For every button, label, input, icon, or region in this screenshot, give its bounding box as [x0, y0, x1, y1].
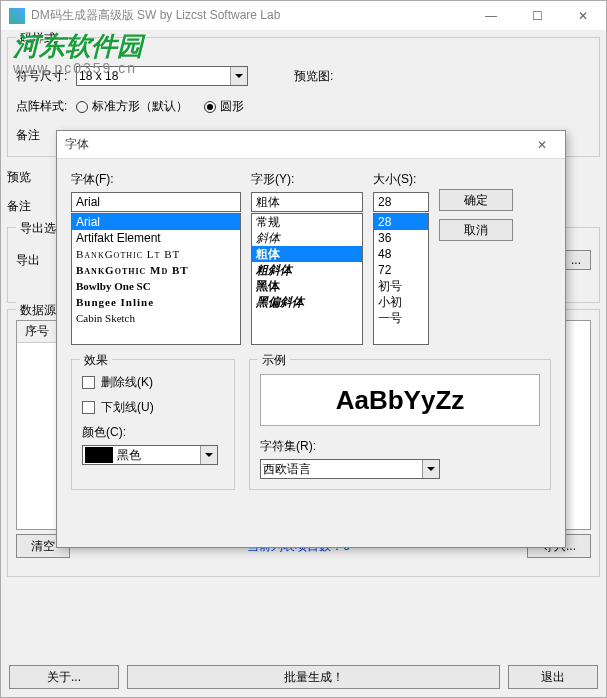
dropdown-arrow-icon: [230, 67, 247, 85]
sample-title: 示例: [258, 352, 290, 369]
size-item[interactable]: 36: [374, 230, 428, 246]
font-item[interactable]: Cabin Sketch: [72, 310, 240, 326]
preview2-label: 预览: [7, 169, 61, 186]
color-label: 颜色(C):: [82, 424, 224, 441]
maximize-button[interactable]: ☐: [514, 1, 560, 31]
export-group-title: 导出选: [16, 220, 60, 237]
checkbox-icon: [82, 376, 95, 389]
size-field-label: 大小(S):: [373, 171, 429, 188]
size-list[interactable]: 28 36 48 72 初号 小初 一号: [373, 213, 429, 345]
sample-group: 示例 AaBbYyZz 字符集(R): 西欧语言: [249, 359, 551, 490]
font-field-label: 字体(F):: [71, 171, 241, 188]
effects-group: 效果 删除线(K) 下划线(U) 颜色(C): 黑色: [71, 359, 235, 490]
style-item[interactable]: 黑偏斜体: [252, 294, 362, 310]
close-button[interactable]: ✕: [560, 1, 606, 31]
style-item[interactable]: 黑体: [252, 278, 362, 294]
dropdown-arrow-icon: [422, 460, 439, 478]
size-item[interactable]: 小初: [374, 294, 428, 310]
preview-label: 预览图:: [294, 68, 333, 85]
ok-button[interactable]: 确定: [439, 189, 513, 211]
style-list[interactable]: 常规 斜体 粗体 粗斜体 黑体 黑偏斜体: [251, 213, 363, 345]
checkbox-icon: [82, 401, 95, 414]
effects-title: 效果: [80, 352, 112, 369]
font-dialog-titlebar: 字体 ✕: [57, 131, 565, 159]
datasrc-title: 数据源: [16, 302, 60, 319]
exit-button[interactable]: 退出: [508, 665, 598, 689]
size-item[interactable]: 一号: [374, 310, 428, 326]
font-item[interactable]: Arial: [72, 214, 240, 230]
font-item[interactable]: Bungee Inline: [72, 294, 240, 310]
style-item[interactable]: 粗体: [252, 246, 362, 262]
window-title: DM码生成器高级版 SW by Lizcst Software Lab: [31, 7, 468, 24]
column-header-index[interactable]: 序号: [17, 321, 58, 343]
style-item[interactable]: 斜体: [252, 230, 362, 246]
dot-style-label: 点阵样式:: [16, 98, 70, 115]
batch-generate-button[interactable]: 批量生成！: [127, 665, 500, 689]
radio-square[interactable]: 标准方形（默认）: [76, 98, 188, 115]
strikethrough-checkbox[interactable]: 删除线(K): [82, 374, 224, 391]
symbol-size-select[interactable]: 18 x 18: [76, 66, 248, 86]
charset-label: 字符集(R):: [260, 438, 540, 455]
underline-checkbox[interactable]: 下划线(U): [82, 399, 224, 416]
minimize-button[interactable]: —: [468, 1, 514, 31]
font-size-input[interactable]: [373, 192, 429, 212]
dropdown-arrow-icon: [200, 446, 217, 464]
main-titlebar: DM码生成器高级版 SW by Lizcst Software Lab — ☐ …: [1, 1, 606, 31]
color-swatch: [85, 447, 113, 463]
about-button[interactable]: 关于...: [9, 665, 119, 689]
font-dialog: 字体 ✕ 字体(F): Arial Artifakt Element BankG…: [56, 130, 566, 548]
size-item[interactable]: 28: [374, 214, 428, 230]
font-list[interactable]: Arial Artifakt Element BankGothic Lt BT …: [71, 213, 241, 345]
font-name-input[interactable]: [71, 192, 241, 212]
footer-buttons: 关于... 批量生成！ 退出: [9, 665, 598, 689]
radio-circle[interactable]: 圆形: [204, 98, 244, 115]
font-style-input[interactable]: [251, 192, 363, 212]
sample-preview: AaBbYyZz: [260, 374, 540, 426]
style-field-label: 字形(Y):: [251, 171, 363, 188]
cancel-button[interactable]: 取消: [439, 219, 513, 241]
font-dialog-close-button[interactable]: ✕: [519, 131, 565, 159]
style-group-title: 码样式:: [16, 30, 63, 47]
radio-icon: [204, 101, 216, 113]
font-item[interactable]: BankGothic Lt BT: [72, 246, 240, 262]
app-icon: [9, 8, 25, 24]
remark2-label: 备注: [7, 198, 61, 215]
size-item[interactable]: 初号: [374, 278, 428, 294]
charset-select[interactable]: 西欧语言: [260, 459, 440, 479]
size-label: 符号尺寸:: [16, 68, 70, 85]
style-item[interactable]: 常规: [252, 214, 362, 230]
size-item[interactable]: 48: [374, 246, 428, 262]
font-item[interactable]: BankGothic Md BT: [72, 262, 240, 278]
font-item[interactable]: Artifakt Element: [72, 230, 240, 246]
font-item[interactable]: Bowlby One SC: [72, 278, 240, 294]
size-item[interactable]: 72: [374, 262, 428, 278]
radio-icon: [76, 101, 88, 113]
style-item[interactable]: 粗斜体: [252, 262, 362, 278]
font-dialog-title: 字体: [65, 136, 519, 153]
color-select[interactable]: 黑色: [82, 445, 218, 465]
